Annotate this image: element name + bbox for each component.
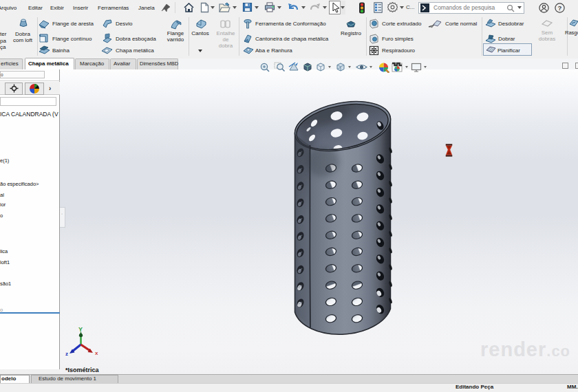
svg-text:Y: Y: [78, 326, 83, 333]
svg-text:x: x: [95, 350, 98, 356]
svg-text:z: z: [65, 351, 68, 357]
svg-text:?: ?: [558, 4, 562, 12]
